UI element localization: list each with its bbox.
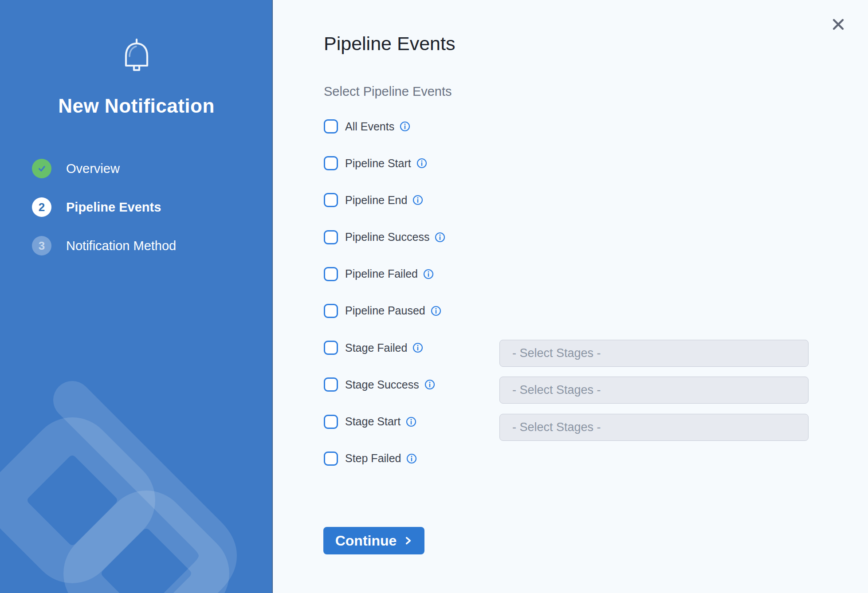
section-label: Select Pipeline Events [324, 84, 452, 99]
new-notification-modal: { "sidebar": { "title": "New Notificatio… [0, 0, 868, 593]
wizard-sidebar: New Notification Overview 2 Pipeline Eve… [0, 0, 273, 593]
event-checkbox[interactable] [324, 377, 338, 392]
info-icon[interactable] [400, 121, 410, 132]
sidebar-step-notification-method[interactable]: 3 Notification Method [32, 236, 176, 255]
info-icon[interactable] [406, 453, 417, 464]
event-checkbox[interactable] [324, 341, 338, 355]
notification-bell-icon [122, 38, 151, 72]
event-checkbox[interactable] [324, 156, 338, 170]
event-checkbox[interactable] [324, 452, 338, 466]
event-checkbox[interactable] [324, 267, 338, 281]
info-icon[interactable] [424, 379, 435, 390]
event-label: Pipeline Start [345, 157, 411, 170]
event-row-pipeline-paused: Pipeline Paused [324, 304, 445, 318]
event-label: Pipeline Failed [345, 267, 418, 280]
event-row-stage-success: Stage Success [324, 377, 445, 392]
event-row-pipeline-start: Pipeline Start [324, 156, 445, 170]
event-row-stage-failed: Stage Failed [324, 341, 445, 355]
event-label: Pipeline Success [345, 231, 429, 243]
event-checkbox[interactable] [324, 304, 338, 318]
page-title: Pipeline Events [324, 33, 455, 55]
event-label: Stage Start [345, 415, 401, 428]
event-list: All Events Pipeline Start Pipeline End [324, 119, 445, 488]
wizard-title: New Notification [0, 95, 273, 117]
info-icon[interactable] [435, 232, 445, 243]
event-row-pipeline-success: Pipeline Success [324, 230, 445, 244]
select-stages-input-stage-success[interactable]: - Select Stages - [499, 377, 809, 404]
brand-watermark-logo [0, 0, 273, 593]
event-label: Pipeline End [345, 194, 407, 207]
continue-label: Continue [335, 533, 397, 549]
select-stages-input-stage-failed[interactable]: - Select Stages - [499, 340, 809, 367]
event-label: Pipeline Paused [345, 304, 425, 317]
info-icon[interactable] [431, 306, 441, 316]
step-indicator: 2 [32, 197, 51, 217]
event-label: Step Failed [345, 452, 401, 465]
event-checkbox[interactable] [324, 230, 338, 244]
info-icon[interactable] [416, 158, 427, 169]
event-label: Stage Success [345, 378, 419, 391]
close-icon[interactable] [831, 17, 846, 32]
event-checkbox[interactable] [324, 415, 338, 429]
event-row-pipeline-end: Pipeline End [324, 193, 445, 207]
sidebar-step-overview[interactable]: Overview [32, 159, 176, 178]
step-label: Pipeline Events [66, 200, 161, 215]
event-row-step-failed: Step Failed [324, 452, 445, 466]
info-icon[interactable] [423, 269, 434, 279]
info-icon[interactable] [412, 342, 423, 353]
step-label: Notification Method [66, 239, 176, 253]
step-done-check-icon [32, 159, 51, 178]
event-row-pipeline-failed: Pipeline Failed [324, 267, 445, 281]
chevron-right-icon [404, 536, 412, 545]
event-label: All Events [345, 120, 394, 133]
wizard-steps: Overview 2 Pipeline Events 3 Notificatio… [32, 159, 176, 275]
info-icon[interactable] [406, 416, 416, 427]
event-label: Stage Failed [345, 342, 407, 354]
event-row-all-events: All Events [324, 119, 445, 134]
pipeline-events-panel: Pipeline Events Select Pipeline Events A… [273, 0, 868, 593]
event-checkbox[interactable] [324, 119, 338, 134]
step-indicator: 3 [32, 236, 51, 255]
info-icon[interactable] [412, 195, 423, 205]
select-stages-input-stage-start[interactable]: - Select Stages - [499, 414, 809, 441]
event-row-stage-start: Stage Start [324, 415, 445, 429]
continue-button[interactable]: Continue [323, 527, 424, 554]
event-checkbox[interactable] [324, 193, 338, 207]
sidebar-step-pipeline-events[interactable]: 2 Pipeline Events [32, 197, 176, 217]
step-label: Overview [66, 161, 120, 176]
